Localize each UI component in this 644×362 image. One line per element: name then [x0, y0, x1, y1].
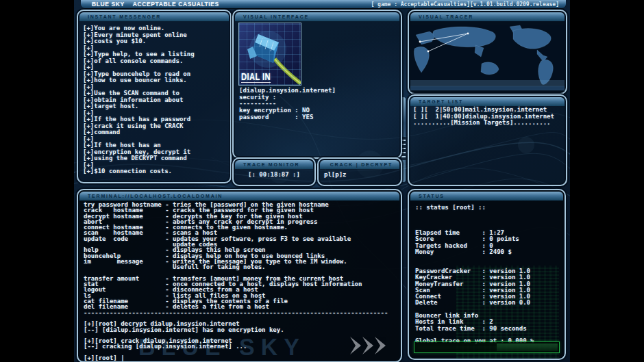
crack-progress-value: pl[p]z	[324, 172, 347, 179]
status-panel: STATUS :: status [root] :: Elapsed time …	[408, 189, 566, 360]
terminal-console[interactable]: try password hostname - tries the [passw…	[84, 202, 388, 361]
global-trace-progress-bar	[414, 341, 560, 353]
status-header: STATUS	[410, 192, 563, 201]
status-readout: :: status [root] :: Elapsed time : 1:27 …	[415, 205, 534, 345]
scenario-title: ACCEPTABLE CASUALTIES	[133, 1, 219, 8]
visual-tracer-header: VISUAL TRACER	[410, 12, 565, 21]
visual-interface-panel: VISUAL INTERFACE DIA	[232, 10, 402, 159]
host-security-info: [dialup.insysion.internet] security : --…	[239, 88, 336, 121]
product-title: BLUE SKY	[92, 1, 125, 8]
instant-messenger-header: INSTANT MESSENGER	[79, 12, 229, 21]
crack-decrypt-header: CRACK | DECRYPT	[320, 160, 399, 169]
screenshot-root: BLUE SKY ACCEPTABLE CASUALTIES [ game : …	[0, 0, 644, 362]
session-version-label: [ game : AcceptableCasualties][v.1.01.bu…	[371, 1, 559, 8]
title-bar: BLUE SKY ACCEPTABLE CASUALTIES [ game : …	[81, 0, 566, 8]
dial-in-image: DIAL IN	[238, 23, 301, 86]
terminal-header: TERMINAL://LOCALHOST.LOCALDOMAIN	[79, 192, 399, 201]
game-logo: BLUE SKY ACCEPTABLE CASUALTIES	[92, 1, 219, 8]
trace-monitor-panel: TRACE MONITOR [: 00:18:87 :]	[232, 157, 316, 186]
dial-in-label: DIAL IN	[241, 71, 271, 83]
target-list-header: TARGET LIST	[410, 97, 565, 106]
trace-progress-fill	[497, 344, 558, 351]
target-list-entries: [ ][ 2|50:00]mail.insysion.internet [ ][…	[413, 107, 554, 127]
terminal-panel: TERMINAL://LOCALHOST.LOCALDOMAIN BLUE SK…	[77, 189, 402, 362]
trace-monitor-header: TRACE MONITOR	[235, 160, 313, 169]
world-map	[410, 21, 565, 92]
game-screen: BLUE SKY ACCEPTABLE CASUALTIES [ game : …	[74, 0, 570, 362]
visual-tracer-panel: VISUAL TRACER	[408, 10, 567, 94]
instant-messenger-log: [+]You are now online. [+]Every minute s…	[83, 25, 195, 175]
trace-timer: [: 00:18:87 :]	[234, 172, 314, 179]
visual-interface-header: VISUAL INTERFACE	[235, 12, 399, 21]
crack-decrypt-panel: CRACK | DECRYPT pl[p]z	[317, 157, 402, 186]
instant-messenger-panel: INSTANT MESSENGER [+]You are now online.…	[77, 10, 232, 183]
target-list-panel: TARGET LIST [ ][ 2|50:00]mail.insysion.i…	[408, 94, 567, 186]
